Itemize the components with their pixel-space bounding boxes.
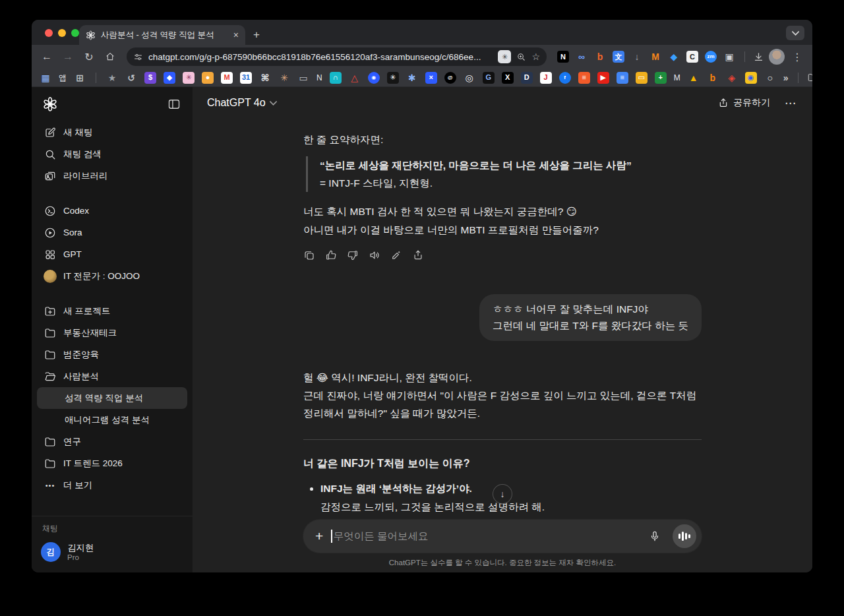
sidebar-item-search-chats[interactable]: 채팅 검색 xyxy=(37,143,187,165)
yellow-window-bookmark-icon[interactable]: ▭ xyxy=(636,72,648,84)
metamask-extension-icon[interactable]: M xyxy=(649,51,661,63)
blue-pin-bookmark-icon[interactable]: ◉ xyxy=(368,72,380,84)
new-tab-button[interactable]: + xyxy=(253,28,260,42)
green-plus-bookmark-icon[interactable]: + xyxy=(655,72,667,84)
forward-button[interactable]: → xyxy=(59,48,76,65)
calendar-bookmark-icon[interactable]: 31 xyxy=(240,72,252,84)
dashboard-grid-icon[interactable]: ⊞ xyxy=(74,72,86,84)
thumbs-down-icon[interactable] xyxy=(347,249,359,261)
sidebar-item-folder-beomjun[interactable]: 범준양육 xyxy=(37,344,187,365)
navy-d-bookmark-icon[interactable]: D xyxy=(521,72,533,84)
sidebar-item-codex[interactable]: Codex xyxy=(37,200,187,222)
sidebar-item-folder-research[interactable]: 연구 xyxy=(37,431,187,452)
kakao-map-bookmark-icon[interactable]: ◉ xyxy=(745,72,757,84)
circle-o-bookmark-icon[interactable]: ○ xyxy=(764,72,776,84)
c-extension-icon[interactable]: C xyxy=(686,51,698,63)
history-bookmark-icon[interactable]: ↺ xyxy=(125,72,137,84)
star-bookmark-icon[interactable]: ★ xyxy=(106,72,118,84)
drive-bookmark-icon[interactable]: ▲ xyxy=(688,72,700,84)
g-dot-bookmark-icon[interactable]: G xyxy=(483,72,495,84)
voice-mode-button[interactable] xyxy=(673,524,696,548)
dark-snow-bookmark-icon[interactable]: ✳ xyxy=(387,72,399,84)
threads-bookmark-icon[interactable]: @ xyxy=(444,72,456,84)
x-twitter-bookmark-icon[interactable]: X xyxy=(502,72,514,84)
thumbs-up-icon[interactable] xyxy=(325,249,337,261)
notion-extension-icon[interactable]: N xyxy=(557,51,569,63)
claude-bookmark-icon[interactable]: ✳ xyxy=(278,72,290,84)
sidebar-item-more[interactable]: ••• 더 보기 xyxy=(37,474,187,496)
omnibox-extension-icon[interactable]: ✳ xyxy=(498,50,511,63)
purple-s-bookmark-icon[interactable]: $ xyxy=(144,72,156,84)
red-triangle-bookmark-icon[interactable]: △ xyxy=(349,72,361,84)
zoom-extension-icon[interactable]: zm xyxy=(705,51,717,63)
gemini-bookmark-icon[interactable]: ✱ xyxy=(406,72,418,84)
translate-extension-icon[interactable]: 文 xyxy=(613,51,624,63)
back-button[interactable]: ← xyxy=(38,48,55,65)
ring-bookmark-icon[interactable]: ◎ xyxy=(464,72,475,84)
orange-app-bookmark-icon[interactable]: ● xyxy=(202,72,214,84)
apple-bookmark-icon[interactable]: ⌘ xyxy=(259,72,271,84)
gmail-bookmark-icon[interactable]: M xyxy=(221,72,233,84)
downloads-button[interactable] xyxy=(752,50,765,63)
message-input[interactable]: 무엇이든 물어보세요 xyxy=(331,530,637,543)
sidebar-toggle-icon[interactable] xyxy=(167,98,181,111)
sidebar-item-folder-budongsan[interactable]: 부동산재테크 xyxy=(37,322,187,344)
ai-studio-bookmark-icon[interactable]: ✳ xyxy=(183,72,195,84)
sidebar-chat-enneagram[interactable]: 애니어그램 성격 분석 xyxy=(37,409,187,431)
read-aloud-icon[interactable] xyxy=(369,249,380,261)
teal-n-bookmark-icon[interactable]: ∩ xyxy=(330,72,342,84)
firebase-bookmark-icon[interactable]: b xyxy=(707,72,719,84)
apps-label[interactable]: 앱 xyxy=(59,72,67,84)
photos-bookmark-icon[interactable]: ◈ xyxy=(726,72,738,84)
tab-search-button[interactable] xyxy=(786,26,804,40)
browser-tab[interactable]: 사람분석 - 성격 역량 직업 분석 × xyxy=(79,25,245,45)
dictate-button[interactable] xyxy=(645,530,665,542)
close-window-button[interactable] xyxy=(45,29,53,37)
sidebar-item-sora[interactable]: Sora xyxy=(37,222,187,243)
browser-profile-avatar[interactable] xyxy=(769,49,785,65)
sidebar-item-new-project[interactable]: 새 프로젝트 xyxy=(37,300,187,322)
bitly-extension-icon[interactable]: b xyxy=(594,51,606,63)
blue-drop-extension-icon[interactable]: ◆ xyxy=(668,51,680,63)
model-selector[interactable]: ChatGPT 4o xyxy=(207,97,277,109)
youtube-bookmark-icon[interactable]: ▶ xyxy=(597,72,609,84)
copy-icon[interactable] xyxy=(303,249,315,261)
profile-button[interactable]: 김 김지현 Pro xyxy=(32,536,193,572)
sidebar-item-folder-saram[interactable]: 사람분석 xyxy=(37,365,187,387)
minimize-window-button[interactable] xyxy=(58,29,66,37)
facebook-bookmark-icon[interactable]: f xyxy=(559,72,571,84)
n-label-bookmark-icon[interactable]: N xyxy=(316,72,322,84)
scroll-to-bottom-button[interactable]: ↓ xyxy=(493,484,512,504)
share-message-icon[interactable] xyxy=(412,249,424,261)
message-composer[interactable]: + 무엇이든 물어보세요 xyxy=(303,520,702,553)
share-button[interactable]: 공유하기 xyxy=(718,97,770,109)
blue-x-bookmark-icon[interactable]: × xyxy=(425,72,437,84)
red-j-bookmark-icon[interactable]: J xyxy=(540,72,552,84)
home-button[interactable] xyxy=(102,48,119,65)
blue-app-bookmark-icon[interactable]: ◆ xyxy=(164,72,175,84)
blue-lines-bookmark-icon[interactable]: ≡ xyxy=(617,72,628,84)
orange-list-bookmark-icon[interactable]: ≡ xyxy=(578,72,590,84)
sidebar-item-gpts[interactable]: GPT xyxy=(37,243,187,265)
url-text[interactable]: chatgpt.com/g/g-p-687590b66bcc81918b76e6… xyxy=(148,52,493,62)
bookmark-star-icon[interactable]: ☆ xyxy=(531,51,540,62)
fullscreen-window-button[interactable] xyxy=(71,29,79,37)
tab-close-icon[interactable]: × xyxy=(233,30,239,40)
side-panel-extension-icon[interactable]: ▣ xyxy=(723,51,735,63)
tune-icon[interactable] xyxy=(133,52,143,62)
address-bar[interactable]: chatgpt.com/g/g-p-687590b66bcc81918b76e6… xyxy=(127,47,547,66)
sidebar-item-library[interactable]: 라이브러리 xyxy=(37,165,187,187)
m-label-bookmark-icon[interactable]: M xyxy=(674,72,680,84)
folder-n-bookmark-icon[interactable]: ▭ xyxy=(297,72,309,84)
reload-button[interactable]: ↻ xyxy=(80,48,98,65)
zoom-level-icon[interactable] xyxy=(516,52,526,62)
apps-grid-icon[interactable]: ▦ xyxy=(40,72,51,84)
attach-button[interactable]: + xyxy=(315,528,323,544)
gray-arrow-extension-icon[interactable]: ↓ xyxy=(631,51,643,63)
edit-icon[interactable] xyxy=(390,249,402,261)
sidebar-item-new-chat[interactable]: 새 채팅 xyxy=(37,121,187,143)
sidebar-chat-active[interactable]: 성격 역량 직업 분석 xyxy=(37,387,187,409)
link-extension-icon[interactable]: ∞ xyxy=(576,51,588,63)
bookmarks-overflow-button[interactable]: » xyxy=(783,72,789,84)
conversation-menu-button[interactable]: ⋯ xyxy=(785,96,797,110)
